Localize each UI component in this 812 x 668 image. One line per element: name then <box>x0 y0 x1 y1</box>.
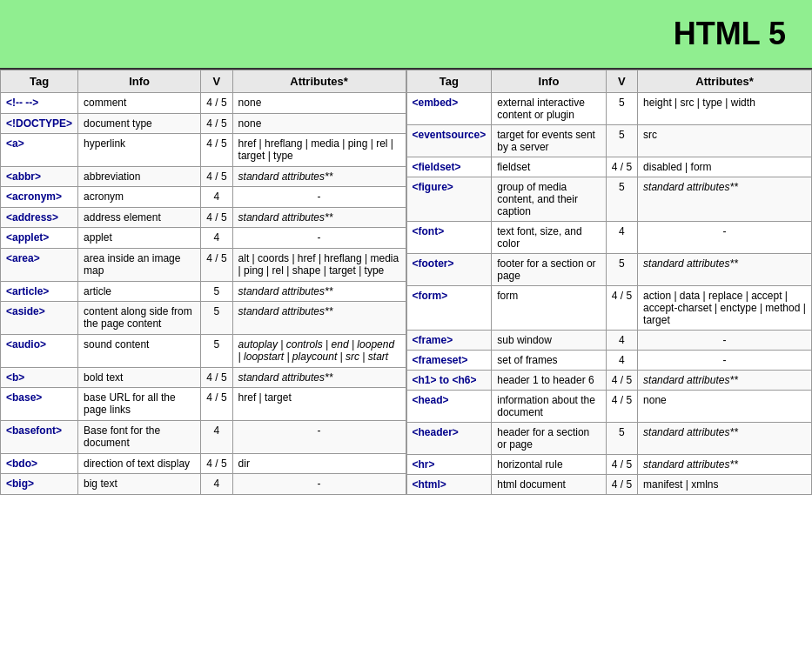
table-row: <fieldset>fieldset4 / 5disabled | form <box>406 157 812 177</box>
col-v-right: V <box>606 70 637 93</box>
attr-cell: - <box>232 228 406 249</box>
info-cell: article <box>78 281 201 302</box>
tag-cell: <!DOCTYPE> <box>1 113 78 134</box>
attr-cell: - <box>232 474 406 495</box>
version-cell: 4 / 5 <box>606 286 637 331</box>
version-cell: 5 <box>606 254 637 286</box>
col-tag-left: Tag <box>1 70 78 93</box>
tag-cell: <fieldset> <box>406 157 492 177</box>
attr-cell: href | hreflang | media | ping | rel | t… <box>232 134 406 167</box>
version-cell: 4 <box>606 351 637 371</box>
tag-cell: <base> <box>1 388 78 421</box>
table-row: <big>big text4- <box>1 474 406 495</box>
info-cell: sub window <box>492 331 606 351</box>
tag-cell: <!-- --> <box>1 93 78 114</box>
tag-cell: <eventsource> <box>406 125 492 157</box>
attr-cell: manifest | xmlns <box>638 475 812 495</box>
tag-cell: <head> <box>406 391 492 423</box>
table-row: <header>header for a section or page5sta… <box>406 423 812 455</box>
tag-cell: <hr> <box>406 455 492 475</box>
left-table: Tag Info V Attributes* <!-- -->comment4 … <box>0 70 406 495</box>
table-row: <!-- -->comment4 / 5none <box>1 93 406 114</box>
version-cell: 4 / 5 <box>606 391 637 423</box>
page-header: HTML 5 <box>0 0 812 70</box>
tag-cell: <b> <box>1 367 78 388</box>
attr-cell: dir <box>232 453 406 474</box>
tag-cell: <article> <box>1 281 78 302</box>
table-row: <html>html document4 / 5manifest | xmlns <box>406 475 812 495</box>
version-cell: 4 / 5 <box>201 388 232 421</box>
tag-cell: <aside> <box>1 302 78 335</box>
info-cell: footer for a section or page <box>492 254 606 286</box>
page-title: HTML 5 <box>674 16 786 51</box>
version-cell: 5 <box>606 93 637 125</box>
attr-cell: standard attributes** <box>232 207 406 228</box>
table-row: <frameset>set of frames4- <box>406 351 812 371</box>
attr-cell: - <box>638 222 812 254</box>
tag-cell: <a> <box>1 134 78 167</box>
attr-cell: - <box>232 421 406 454</box>
table-row: <basefont>Base font for the document4- <box>1 421 406 454</box>
table-row: <base>base URL for all the page links4 /… <box>1 388 406 421</box>
table-row: <figure>group of media content, and thei… <box>406 177 812 222</box>
version-cell: 4 / 5 <box>606 371 637 391</box>
table-row: <address>address element4 / 5standard at… <box>1 207 406 228</box>
version-cell: 4 / 5 <box>201 93 232 114</box>
table-row: <area>area inside an image map4 / 5alt |… <box>1 248 406 281</box>
attr-cell: - <box>638 351 812 371</box>
attr-cell: standard attributes** <box>638 455 812 475</box>
info-cell: Base font for the document <box>78 421 201 454</box>
table-row: <h1> to <h6>header 1 to header 64 / 5sta… <box>406 371 812 391</box>
tag-cell: <embed> <box>406 93 492 125</box>
version-cell: 5 <box>201 302 232 335</box>
info-cell: content along side from the page content <box>78 302 201 335</box>
main-content: Tag Info V Attributes* <!-- -->comment4 … <box>0 70 812 495</box>
col-info-left: Info <box>78 70 201 93</box>
version-cell: 4 <box>201 474 232 495</box>
attr-cell: autoplay | controls | end | loopend | lo… <box>232 334 406 367</box>
version-cell: 5 <box>201 334 232 367</box>
table-row: <aside>content along side from the page … <box>1 302 406 335</box>
attr-cell: standard attributes** <box>232 281 406 302</box>
attr-cell: none <box>232 113 406 134</box>
info-cell: set of frames <box>492 351 606 371</box>
info-cell: acronym <box>78 187 201 208</box>
table-row: <footer>footer for a section or page5sta… <box>406 254 812 286</box>
version-cell: 4 / 5 <box>201 207 232 228</box>
attr-cell: standard attributes** <box>638 423 812 455</box>
attr-cell: standard attributes** <box>232 166 406 187</box>
version-cell: 4 / 5 <box>606 475 637 495</box>
info-cell: header for a section or page <box>492 423 606 455</box>
table-row: <article>article5standard attributes** <box>1 281 406 302</box>
info-cell: fieldset <box>492 157 606 177</box>
attr-cell: height | src | type | width <box>638 93 812 125</box>
version-cell: 4 <box>606 331 637 351</box>
version-cell: 4 / 5 <box>201 113 232 134</box>
right-table: Tag Info V Attributes* <embed>external i… <box>406 70 813 495</box>
table-row: <bdo>direction of text display4 / 5dir <box>1 453 406 474</box>
info-cell: group of media content, and their captio… <box>492 177 606 222</box>
info-cell: direction of text display <box>78 453 201 474</box>
info-cell: address element <box>78 207 201 228</box>
attr-cell: src <box>638 125 812 157</box>
tag-cell: <audio> <box>1 334 78 367</box>
table-row: <form>form4 / 5action | data | replace |… <box>406 286 812 331</box>
attr-cell: alt | coords | href | hreflang | media |… <box>232 248 406 281</box>
attr-cell: standard attributes** <box>638 177 812 222</box>
tag-cell: <figure> <box>406 177 492 222</box>
version-cell: 4 <box>201 228 232 249</box>
tag-cell: <abbr> <box>1 166 78 187</box>
version-cell: 4 / 5 <box>201 367 232 388</box>
info-cell: hyperlink <box>78 134 201 167</box>
version-cell: 4 <box>201 187 232 208</box>
info-cell: comment <box>78 93 201 114</box>
tag-cell: <header> <box>406 423 492 455</box>
info-cell: sound content <box>78 334 201 367</box>
info-cell: information about the document <box>492 391 606 423</box>
col-attr-right: Attributes* <box>638 70 812 93</box>
attr-cell: standard attributes** <box>638 371 812 391</box>
tag-cell: <font> <box>406 222 492 254</box>
attr-cell: none <box>232 93 406 114</box>
tag-cell: <form> <box>406 286 492 331</box>
version-cell: 4 / 5 <box>606 455 637 475</box>
